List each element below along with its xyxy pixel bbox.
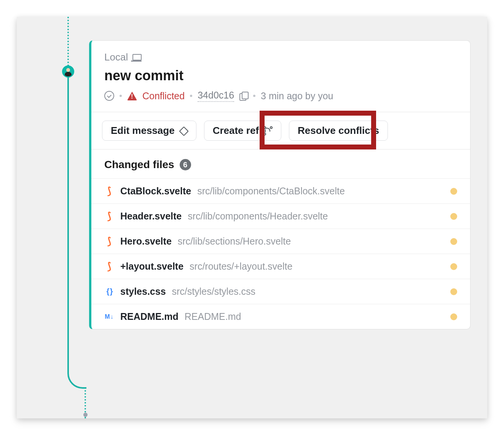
file-path: src/routes/+layout.svelte (190, 261, 292, 272)
copy-icon[interactable] (239, 92, 248, 100)
changed-files-section: Changed files 6 ⟆CtaBlock.sveltesrc/lib/… (91, 149, 470, 329)
commit-sha[interactable]: 34d0c16 (198, 90, 234, 102)
file-status-dot (450, 288, 457, 295)
file-status-dot (450, 313, 457, 320)
file-path: src/lib/sections/Hero.svelte (178, 236, 291, 247)
commit-meta: Conflicted 34d0c16 3 min ago by you (104, 90, 457, 102)
local-indicator: Local (104, 51, 457, 63)
file-row[interactable]: ⟆Hero.sveltesrc/lib/sections/Hero.svelte (91, 229, 470, 254)
file-path: src/lib/components/CtaBlock.svelte (197, 186, 345, 197)
edit-message-button[interactable]: Edit message (102, 121, 196, 141)
laptop-icon (132, 54, 141, 61)
svelte-file-icon: ⟆ (104, 262, 114, 272)
button-label: Create ref (213, 125, 259, 137)
create-ref-button[interactable]: Create ref (204, 121, 281, 141)
svelte-file-icon: ⟆ (104, 211, 114, 221)
file-status-dot (450, 188, 457, 195)
separator-dot (120, 95, 122, 97)
rail-segment (67, 66, 69, 370)
separator-dot (190, 95, 192, 97)
panel: Local new commit Conflicted 34d0c16 3 mi… (17, 17, 487, 418)
file-status-dot (450, 213, 457, 220)
file-row[interactable]: ⟆Header.sveltesrc/lib/components/Header.… (91, 203, 470, 229)
button-label: Edit message (111, 125, 175, 137)
commit-header: Local new commit Conflicted 34d0c16 3 mi… (91, 41, 470, 112)
changed-files-count: 6 (180, 159, 191, 170)
file-path: src/lib/components/Header.svelte (188, 211, 328, 222)
commit-actions: Edit message Create ref Resolve conflict… (91, 112, 470, 149)
file-row[interactable]: { }styles.csssrc/styles/styles.css (91, 279, 470, 304)
file-name: Header.svelte (120, 211, 182, 222)
file-status-dot (450, 238, 457, 245)
file-name: README.md (120, 311, 179, 322)
commit-title: new commit (104, 68, 457, 84)
separator-dot (253, 95, 255, 97)
svelte-file-icon: ⟆ (104, 237, 114, 246)
file-path: README.md (185, 311, 241, 322)
local-label: Local (104, 51, 128, 63)
file-row[interactable]: ⟆+layout.sveltesrc/routes/+layout.svelte (91, 254, 470, 279)
file-name: styles.css (120, 286, 166, 297)
status-badge: Conflicted (142, 91, 185, 102)
changed-files-title: Changed files (104, 159, 174, 171)
rail-segment (67, 370, 86, 389)
resolve-conflicts-button[interactable]: Resolve conflicts (289, 121, 388, 141)
file-name: +layout.svelte (120, 261, 183, 272)
css-file-icon: { } (104, 287, 114, 297)
file-name: Hero.svelte (120, 236, 172, 247)
file-path: src/styles/styles.css (172, 286, 255, 297)
commit-timestamp: 3 min ago by you (261, 91, 333, 102)
commit-card: Local new commit Conflicted 34d0c16 3 mi… (89, 40, 471, 329)
markdown-file-icon: M↓ (104, 312, 114, 322)
button-label: Resolve conflicts (298, 125, 379, 137)
check-circle-icon (104, 91, 114, 101)
pencil-icon (179, 127, 188, 135)
branch-icon (263, 126, 273, 135)
file-list: ⟆CtaBlock.sveltesrc/lib/components/CtaBl… (91, 178, 470, 329)
file-name: CtaBlock.svelte (120, 186, 191, 197)
file-row[interactable]: M↓README.mdREADME.md (91, 304, 470, 329)
avatar (62, 65, 74, 78)
file-status-dot (450, 263, 457, 270)
changed-files-header: Changed files 6 (91, 149, 470, 178)
file-row[interactable]: ⟆CtaBlock.sveltesrc/lib/components/CtaBl… (91, 178, 470, 203)
rail-segment (67, 17, 69, 66)
svelte-file-icon: ⟆ (104, 186, 114, 196)
warning-icon (127, 92, 137, 100)
rail-node (83, 413, 88, 417)
